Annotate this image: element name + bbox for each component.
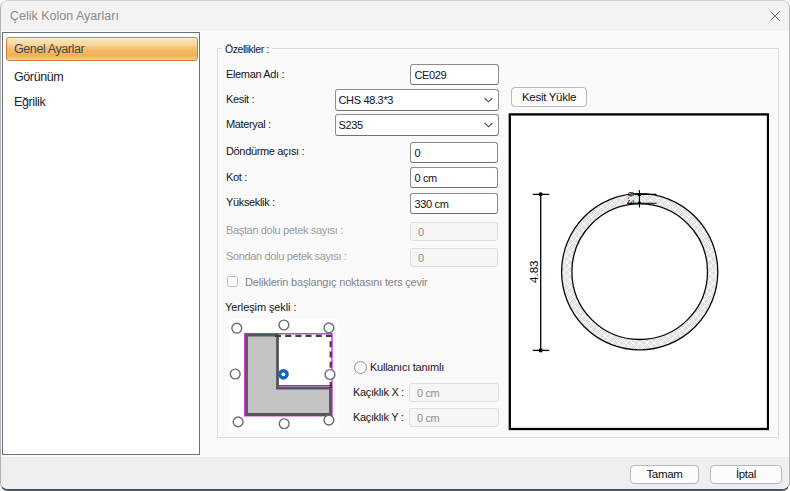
svg-text:0.3: 0.3	[626, 192, 637, 205]
svg-text:4.83: 4.83	[528, 261, 540, 283]
